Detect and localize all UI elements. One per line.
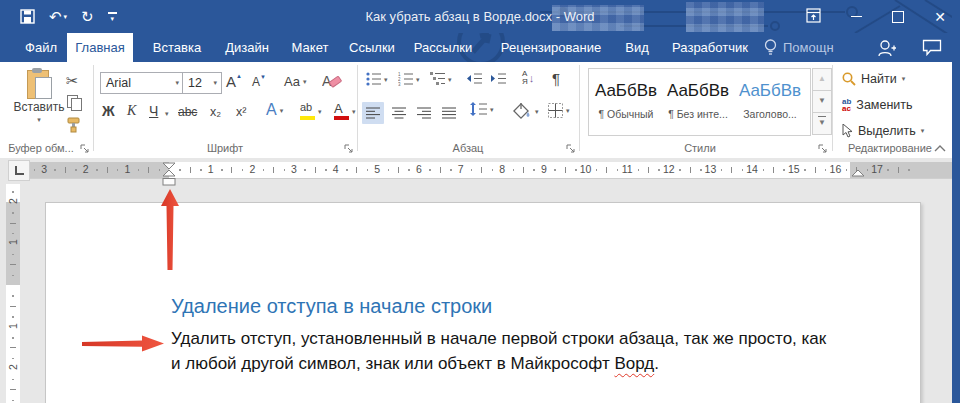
- borders-button[interactable]: ▾: [548, 103, 570, 118]
- left-tab-icon: [15, 166, 24, 175]
- grow-font-button[interactable]: А ▲: [226, 74, 242, 89]
- cut-button[interactable]: ✂: [66, 73, 79, 88]
- italic-button[interactable]: К: [127, 104, 136, 118]
- clipboard-dialog-launcher[interactable]: [80, 144, 90, 154]
- replace-button[interactable]: abac Заменить: [842, 98, 913, 112]
- tab-layout[interactable]: Макет: [282, 33, 338, 62]
- strikethrough-button[interactable]: abc: [178, 106, 197, 118]
- align-left-icon: [366, 107, 380, 119]
- font-name-combobox[interactable]: Arial ▾: [100, 72, 184, 94]
- sort-button[interactable]: АЯ ↓: [522, 70, 534, 86]
- title-bar: ↶▾ ↻ ▾ Как убрать абзац в Ворде.docx - W…: [0, 0, 960, 33]
- tab-references[interactable]: Ссылки: [342, 33, 402, 62]
- maximize-button[interactable]: [892, 11, 904, 23]
- share-button[interactable]: [876, 33, 896, 62]
- misspelled-word: Ворд: [614, 354, 654, 373]
- multilevel-list-icon: [430, 72, 446, 86]
- tab-developer[interactable]: Разработчик: [664, 33, 756, 62]
- justify-button[interactable]: [438, 102, 460, 124]
- text-effects-button[interactable]: А ▾: [266, 102, 283, 118]
- ribbon: Вставить ▾ ✂ Буфер обм... Arial ▾: [0, 62, 960, 159]
- tab-file[interactable]: Файл: [16, 33, 66, 62]
- select-button[interactable]: Выделить ▾: [842, 124, 924, 138]
- clipboard-group-label: Буфер обм...: [2, 142, 80, 156]
- highlight-color-button[interactable]: ab ▾: [300, 102, 322, 120]
- vertical-ruler[interactable]: 2112: [6, 184, 20, 403]
- line-spacing-button[interactable]: ▾: [470, 102, 494, 116]
- tab-home[interactable]: Главная: [67, 33, 133, 62]
- shrink-font-button[interactable]: А ▼: [252, 76, 266, 88]
- superscript-button[interactable]: x²: [236, 106, 246, 119]
- styles-dialog-launcher[interactable]: [818, 144, 828, 154]
- underline-button[interactable]: Ч: [149, 104, 158, 118]
- arrow-down-icon: ↓: [529, 73, 535, 84]
- copy-button[interactable]: [67, 95, 81, 110]
- chevron-down-icon: ▾: [318, 108, 322, 115]
- paragraph-dialog-launcher[interactable]: [566, 144, 576, 154]
- text-effects-letter: А: [266, 102, 277, 118]
- group-separator: [579, 65, 580, 151]
- bullets-button[interactable]: ▾: [366, 72, 388, 86]
- align-right-button[interactable]: [413, 102, 435, 124]
- chevron-down-icon[interactable]: ▾: [165, 110, 169, 118]
- paste-button[interactable]: Вставить ▾: [16, 68, 62, 123]
- chevron-down-icon: ▾: [921, 127, 925, 135]
- increase-indent-button[interactable]: [490, 72, 507, 86]
- styles-scroll-down-button[interactable]: ▼: [812, 90, 832, 113]
- bold-button[interactable]: Ж: [102, 104, 115, 118]
- tell-me-label: Помощн: [783, 40, 834, 55]
- eraser-icon: А: [322, 72, 342, 91]
- collapse-ribbon-button[interactable]: [934, 144, 946, 152]
- chevron-down-icon: ▾: [213, 79, 217, 87]
- grow-font-letter: А: [226, 74, 236, 89]
- find-button[interactable]: Найти ▾: [842, 72, 905, 86]
- tab-insert[interactable]: Вставка: [144, 33, 210, 62]
- align-center-button[interactable]: [388, 102, 410, 124]
- replace-icon: abac: [842, 98, 851, 112]
- annotation-arrow-up: [155, 188, 185, 272]
- align-left-button[interactable]: [362, 102, 384, 124]
- minimize-button[interactable]: [851, 16, 862, 18]
- ribbon-display-options-button[interactable]: [806, 8, 821, 25]
- style-heading1[interactable]: АаБбВв Заголово...: [735, 72, 805, 130]
- font-dialog-launcher[interactable]: [344, 144, 354, 154]
- subscript-button[interactable]: x₂: [210, 106, 221, 119]
- tell-me-box[interactable]: Помощн: [764, 33, 834, 62]
- font-size-combobox[interactable]: 12 ▾: [182, 72, 222, 94]
- format-painter-button[interactable]: [66, 117, 82, 133]
- styles-more-button[interactable]: ▼: [812, 112, 832, 135]
- clipboard-icon: [27, 68, 51, 98]
- comments-button[interactable]: [922, 33, 942, 62]
- hanging-indent-marker[interactable]: [162, 169, 176, 177]
- style-preview: АаБбВв: [663, 81, 733, 101]
- bullet-list-icon: [366, 72, 382, 86]
- chevron-down-icon: ▾: [303, 78, 307, 85]
- change-case-button[interactable]: Aa ▾: [284, 75, 306, 88]
- multilevel-list-button[interactable]: ▾: [430, 72, 452, 86]
- editing-group-label: Редактирование: [836, 142, 944, 156]
- style-no-spacing[interactable]: АаБбВв ¶ Без инте...: [663, 72, 733, 130]
- decrease-indent-button[interactable]: [466, 72, 483, 86]
- tab-view[interactable]: Вид: [614, 33, 660, 62]
- close-button[interactable]: ✕: [934, 10, 946, 24]
- pilcrow-icon: ¶: [552, 71, 560, 86]
- clear-formatting-button[interactable]: А: [322, 72, 342, 91]
- style-normal[interactable]: АаБбВв ¶ Обычный: [591, 72, 661, 130]
- styles-gallery: АаБбВв ¶ Обычный АаБбВв ¶ Без инте... Аа…: [588, 68, 811, 136]
- chevron-down-icon: ▾: [384, 76, 388, 83]
- right-indent-marker[interactable]: [851, 169, 865, 177]
- chevron-down-icon: ▾: [352, 108, 356, 115]
- tab-selector-button[interactable]: [8, 160, 30, 181]
- tab-design[interactable]: Дизайн: [216, 33, 278, 62]
- font-color-button[interactable]: А ▾: [334, 102, 356, 120]
- word-window: ↶▾ ↻ ▾ Как убрать абзац в Ворде.docx - W…: [0, 0, 960, 403]
- left-indent-marker[interactable]: [162, 178, 176, 186]
- paste-label: Вставить: [14, 101, 65, 113]
- numbering-button[interactable]: 123 ▾: [398, 72, 420, 86]
- comment-icon: [922, 39, 942, 56]
- styles-scroll-up-button[interactable]: ▲: [812, 68, 832, 91]
- tab-review[interactable]: Рецензирование: [494, 33, 608, 62]
- tab-mailings[interactable]: Рассылки: [406, 33, 480, 62]
- show-formatting-marks-button[interactable]: ¶: [552, 71, 560, 86]
- shading-button[interactable]: ▾: [512, 102, 539, 120]
